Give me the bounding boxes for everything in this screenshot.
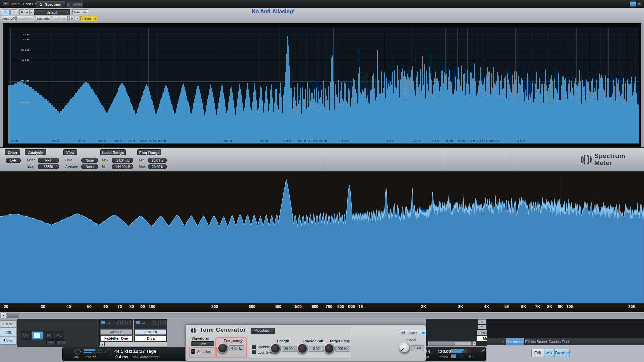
browser-tab-dateien[interactable]: Dateien xyxy=(549,338,561,345)
freq-tick-label: 700 Hz xyxy=(319,139,327,142)
antialias-checkbox[interactable] xyxy=(191,349,195,354)
average-value[interactable]: None xyxy=(81,164,98,169)
level-max-value[interactable]: -14.04 dB xyxy=(112,158,133,163)
meter-control-strip: Chan L+R Analysis Mode FFT Size 65536 Vi… xyxy=(0,147,644,172)
channel-name[interactable]: Diva xyxy=(135,335,166,341)
sidechain-button[interactable]: Sidechain xyxy=(72,9,88,15)
browser-tab-sounds[interactable]: Sounds xyxy=(537,338,549,345)
bank-add-button[interactable]: + xyxy=(56,340,61,345)
scroll-left-button[interactable]: ◂ xyxy=(1,313,6,318)
freq-tick-label: 7 kHz xyxy=(468,139,475,142)
group-tab-freq-range: Freq Range xyxy=(137,149,161,155)
clip-indicator xyxy=(468,349,472,353)
gate-on-button[interactable]: On xyxy=(419,330,426,335)
keys-icon xyxy=(34,333,36,338)
preset-select[interactable]: default ▾ xyxy=(34,9,70,15)
freq-max-value[interactable]: 20.00 k xyxy=(148,164,167,169)
preset-list-button[interactable]: ≣ xyxy=(19,9,24,15)
tab-spectrum-meter[interactable]: 1 - Spectrum Meter xyxy=(36,1,65,8)
channel-automation-button[interactable]: Auto: Off xyxy=(100,329,132,335)
freq-tick-label: 100 Hz xyxy=(158,139,166,142)
level-label: Level xyxy=(406,338,416,342)
fx-view-button[interactable]: FX xyxy=(44,331,54,340)
midi-label[interactable]: MIDI xyxy=(73,355,80,359)
settings-button[interactable]: ⚙ xyxy=(69,16,74,21)
record-time-label: Max. Aufnahmezeit xyxy=(132,355,160,359)
sidebar-tab-extern[interactable]: Extern xyxy=(0,320,17,328)
level-knob[interactable] xyxy=(399,342,410,353)
mixer-scroll-track[interactable] xyxy=(428,341,472,346)
target-freq-value[interactable]: 200 Hz xyxy=(335,346,350,352)
browser-tab-effekte[interactable]: Effekte xyxy=(525,338,537,345)
channels-scroll-track[interactable] xyxy=(105,342,167,346)
waveform-select[interactable]: Saw xyxy=(191,341,214,346)
length-value[interactable]: 20.00 s xyxy=(282,346,298,352)
bank-combo-button[interactable]: ▾ xyxy=(46,340,56,345)
preset-prev-button[interactable]: ◂ xyxy=(25,9,29,15)
volume-toggle[interactable] xyxy=(469,355,471,358)
modulation-panel: Modulation Wobble Log. Sweep Length 20.0… xyxy=(249,327,351,358)
channel-menu-button[interactable]: ▾ xyxy=(3,1,9,6)
level-min-value[interactable]: -144.00 dB xyxy=(112,164,133,169)
freq-tick-label: 300 Hz xyxy=(260,139,268,142)
mix-button[interactable]: Mix xyxy=(545,349,554,357)
scroll-handle[interactable] xyxy=(7,313,19,318)
sidebar-tab-instr[interactable]: Instr. xyxy=(0,328,17,336)
automation-mode-button[interactable]: Auto: Off xyxy=(1,16,16,21)
volume-ticks[interactable] xyxy=(451,354,468,358)
size-value[interactable]: 65536 xyxy=(38,164,59,169)
channel-name[interactable]: FabFilter One xyxy=(100,335,132,341)
sidebar-tab-banks[interactable]: Bänke xyxy=(0,337,17,345)
mixer-scroll-right[interactable]: ▸ xyxy=(472,341,476,346)
browser-tab-pool[interactable]: Pool xyxy=(561,338,570,345)
log-sweep-checkbox[interactable] xyxy=(252,350,256,354)
hold-value[interactable]: None xyxy=(81,158,98,163)
bypass-button[interactable]: ∩ xyxy=(10,9,17,15)
phase-shift-knob[interactable] xyxy=(297,343,308,354)
scroll-track[interactable] xyxy=(0,313,644,318)
target-freq-knob[interactable] xyxy=(323,343,335,354)
edit-button[interactable]: Edit xyxy=(531,349,544,357)
waveform-view-button[interactable] xyxy=(21,331,31,340)
bank-remove-button[interactable]: − xyxy=(62,340,66,345)
wobble-checkbox[interactable] xyxy=(252,345,256,349)
window-restore-button[interactable] xyxy=(630,1,636,7)
channel-automation-button[interactable]: Auto: Off xyxy=(135,329,166,335)
frequency-value[interactable]: 440 Hz xyxy=(229,345,244,351)
copy-button[interactable]: Kopieren xyxy=(36,16,51,21)
performance-label[interactable]: Leistung xyxy=(84,355,96,359)
tab-span[interactable]: 2 - SPAN xyxy=(66,1,83,8)
wrench-icon[interactable] xyxy=(481,348,485,353)
controller-badge[interactable]: Axiom Pro xyxy=(80,16,98,21)
compare-button[interactable]: Vergleichen xyxy=(16,16,35,21)
mixer-view-button[interactable] xyxy=(55,331,64,340)
analyzer-scrollbar[interactable]: ◂ xyxy=(0,312,644,319)
channels-scroll-left[interactable]: ◂ xyxy=(100,342,104,346)
freq-min-value[interactable]: 20.0 Hz xyxy=(148,158,167,163)
gate-gated-button[interactable]: Gated xyxy=(407,330,419,335)
mute-button[interactable]: m xyxy=(478,325,486,329)
volume-toggle-off[interactable] xyxy=(472,355,474,358)
frequency-knob[interactable] xyxy=(217,342,228,354)
solo-button[interactable]: s xyxy=(478,319,486,324)
channel-mode-button[interactable]: L+R xyxy=(6,158,21,163)
mode-value[interactable]: FFT xyxy=(38,158,59,163)
tempo-label: Tempo xyxy=(438,355,448,359)
length-knob[interactable] xyxy=(270,343,281,354)
plugin-toolbar: ⏻ ∩ ≣ ◂ ▸ default ▾ Sidechain Auto: Off … xyxy=(0,8,644,22)
tempo-value[interactable]: 120.00 xyxy=(438,349,451,354)
preset-next-button[interactable]: ▸ xyxy=(29,9,33,15)
gate-off-button[interactable]: Off xyxy=(399,330,407,335)
paste-button[interactable]: Einfügen xyxy=(52,16,68,21)
browser-tab-instrumente[interactable]: Instrumente xyxy=(506,338,525,345)
axis-tick-label: 600 xyxy=(312,304,318,309)
browse-button[interactable]: Browse xyxy=(554,349,570,357)
home-icon[interactable]: ⌂ xyxy=(500,338,506,345)
window-close-button[interactable]: ✕ xyxy=(636,1,642,7)
settings-menu-button[interactable]: ▾ xyxy=(75,16,79,21)
mixer-scroll-handle[interactable] xyxy=(429,342,455,345)
phase-shift-value[interactable]: 0.00 xyxy=(309,346,324,352)
keys-view-button[interactable] xyxy=(32,331,43,340)
power-button[interactable]: ⏻ xyxy=(2,9,10,15)
level-value[interactable]: 0.00 xyxy=(411,345,424,351)
